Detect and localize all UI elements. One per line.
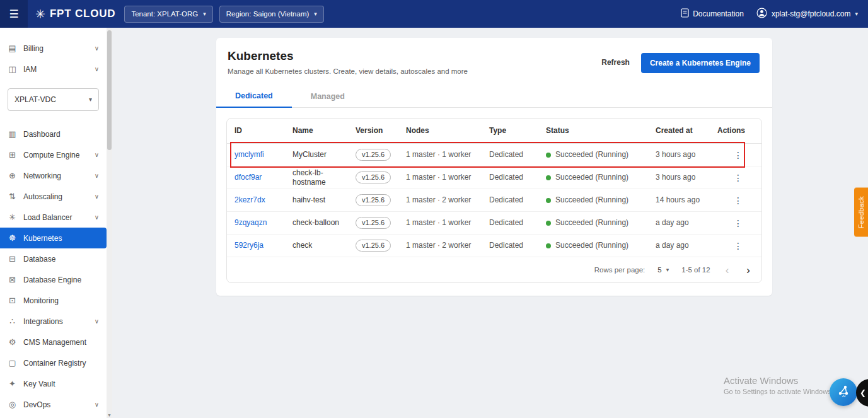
cluster-nodes: 1 master · 2 worker [406,241,489,250]
sidebar-item-billing[interactable]: ▤ Billing ∨ [0,38,107,59]
rows-per-page-value: 5 [657,266,661,274]
chevron-down-icon: ∨ [95,214,99,221]
cluster-id-link[interactable]: dfocf9ar [234,173,292,182]
sidebar-scrollbar[interactable]: ▼ [107,28,112,418]
hamburger-icon: ☰ [9,8,18,20]
topbar: ☰ ✳ FPT CLOUD Tenant: XPLAT-ORG ▾ Region… [0,0,868,28]
row-actions-button[interactable]: ⋮ [730,217,747,229]
documentation-icon [681,8,689,20]
cluster-type: Dedicated [489,173,546,182]
database-engine-icon: ⊠ [8,275,17,284]
table-row[interactable]: 9zqyaqzn check-balloon v1.25.6 1 master … [227,212,761,235]
cluster-name: check-balloon [292,218,356,228]
cluster-nodes: 1 master · 1 worker [406,218,489,228]
table-row[interactable]: ymclymfi MyCluster v1.25.6 1 master · 1 … [227,144,761,166]
table-row[interactable]: dfocf9ar check-lb-hostname v1.25.6 1 mas… [227,166,761,189]
row-actions-button[interactable]: ⋮ [730,240,747,252]
tab-managed[interactable]: Managed [292,85,364,107]
clusters-table: ID Name Version Nodes Type Status Create… [226,118,762,283]
rows-per-page-select[interactable]: 5 ▾ [657,266,669,274]
pagination: Rows per page: 5 ▾ 1-5 of 12 ‹ › [227,257,761,282]
cluster-id-link[interactable]: 2kezr7dx [234,195,292,205]
status-dot [546,198,551,203]
table-row[interactable]: 2kezr7dx haihv-test v1.25.6 1 master · 2… [227,189,761,212]
rows-per-page-label: Rows per page: [594,266,645,274]
tenant-selector[interactable]: Tenant: XPLAT-ORG ▾ [124,6,212,23]
sidebar-item-load-balancer[interactable]: ✳ Load Balancer ∨ [0,207,107,228]
kubernetes-card: Kubernetes Manage all Kubernetes cluster… [216,38,772,296]
sidebar-item-key-vault[interactable]: ✦ Key Vault [0,373,107,394]
sidebar-item-integrations[interactable]: ∴ Integrations ∨ [0,311,107,332]
container-registry-icon: ▢ [8,358,17,368]
account-email: xplat-stg@fptcloud.com [772,9,851,18]
ai-chat-icon: AI [836,383,851,401]
cluster-type: Dedicated [489,150,546,160]
sidebar-item-autoscaling[interactable]: ⇅ Autoscaling ∨ [0,186,107,207]
sidebar-services-group: ▥ Dashboard ⊞ Compute Engine ∨ ⊕ Network… [0,124,107,415]
sidebar-item-networking[interactable]: ⊕ Networking ∨ [0,165,107,186]
status-text: Succeeded (Running) [555,218,628,228]
sidebar-item-label: Key Vault [23,380,55,388]
scrollbar-thumb[interactable] [107,30,112,150]
cluster-id-link[interactable]: 9zqyaqzn [234,218,292,228]
vdc-value: XPLAT-VDC [14,95,56,104]
cluster-id-link[interactable]: 592ry6ja [234,241,292,250]
feedback-tab[interactable]: Feedback [854,188,868,237]
chevron-down-icon: ∨ [95,45,99,52]
account-menu[interactable]: xplat-stg@fptcloud.com ▾ [756,8,858,20]
devops-icon: ◎ [8,400,17,409]
scrollbar-down-arrow[interactable]: ▼ [107,413,112,417]
account-icon [756,8,767,20]
dashboard-icon: ▥ [8,129,17,139]
cluster-name: check-lb-hostname [292,168,356,187]
sidebar-item-kubernetes[interactable]: ☸ Kubernetes [0,228,107,248]
row-actions-button[interactable]: ⋮ [730,149,747,161]
sidebar-item-label: Billing [23,44,43,53]
sidebar-item-monitoring[interactable]: ⊡ Monitoring [0,290,107,311]
version-badge: v1.25.6 [356,194,391,207]
pagination-range: 1-5 of 12 [681,266,710,274]
next-page-button[interactable]: › [744,265,753,276]
sidebar-item-label: Networking [23,171,61,180]
cms-management-icon: ⚙ [8,337,17,347]
column-header-actions: Actions [717,126,754,136]
cluster-id-link[interactable]: ymclymfi [234,150,292,160]
shell: ▤ Billing ∨ ◫ IAM ∨ XPLAT-VDC ▾ ▥ Dashb [0,28,868,418]
create-kubernetes-engine-button[interactable]: Create a Kubernetes Engine [641,53,760,73]
cluster-created-at: a day ago [656,241,717,250]
ai-chat-button[interactable]: AI [830,378,857,406]
sidebar-item-label: DevOps [23,400,50,409]
status-text: Succeeded (Running) [555,241,628,250]
tab-dedicated[interactable]: Dedicated [216,85,292,108]
autoscaling-icon: ⇅ [8,192,17,201]
sidebar: ▤ Billing ∨ ◫ IAM ∨ XPLAT-VDC ▾ ▥ Dashb [0,28,112,418]
sidebar-item-dashboard[interactable]: ▥ Dashboard [0,124,107,144]
sidebar-item-cms-management[interactable]: ⚙ CMS Management [0,332,107,352]
row-actions-button[interactable]: ⋮ [730,194,747,207]
sidebar-item-iam[interactable]: ◫ IAM ∨ [0,59,107,79]
sidebar-item-label: Load Balancer [23,213,72,222]
previous-page-button[interactable]: ‹ [723,265,732,276]
table-row[interactable]: 592ry6ja check v1.25.6 1 master · 2 work… [227,235,761,257]
sidebar-item-compute-engine[interactable]: ⊞ Compute Engine ∨ [0,144,107,165]
sidebar-item-devops[interactable]: ◎ DevOps ∨ [0,394,107,415]
vdc-selector[interactable]: XPLAT-VDC ▾ [8,88,99,111]
sidebar-item-label: IAM [23,65,37,74]
version-badge: v1.25.6 [356,149,391,161]
cluster-type: Dedicated [489,241,546,250]
sidebar-item-database-engine[interactable]: ⊠ Database Engine [0,269,107,290]
sidebar-item-label: CMS Management [23,338,86,347]
row-actions-button[interactable]: ⋮ [730,171,747,184]
refresh-button[interactable]: Refresh [600,53,631,72]
sidebar-item-database[interactable]: ⊟ Database [0,248,107,269]
documentation-link[interactable]: Documentation [681,8,744,20]
region-selector[interactable]: Region: Saigon (Vietnam) ▾ [219,6,324,23]
sidebar-item-container-registry[interactable]: ▢ Container Registry [0,352,107,373]
status-dot [546,243,551,248]
chevron-down-icon: ∨ [95,172,99,179]
chevron-down-icon: ∨ [95,151,99,158]
monitoring-icon: ⊡ [8,296,17,305]
status-text: Succeeded (Running) [555,195,628,205]
menu-button[interactable]: ☰ [0,0,28,28]
brand-logo[interactable]: ✳ FPT CLOUD [28,7,124,21]
